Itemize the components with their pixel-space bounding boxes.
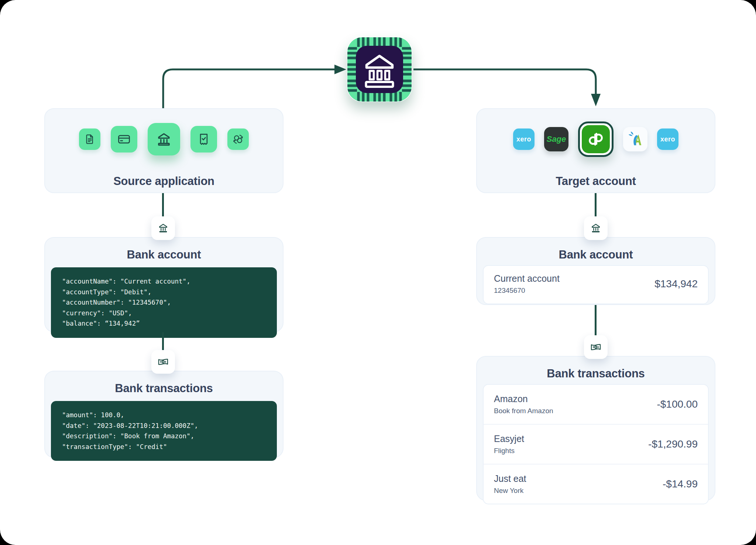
code-line: "accountNumber": "12345670", [62, 297, 266, 308]
account-balance: $134,942 [654, 278, 698, 290]
bank-account-title-right: Bank account [483, 248, 709, 261]
freeagent-icon [623, 127, 647, 151]
target-panel-title: Target account [477, 175, 715, 188]
transaction-amount: -$14.99 [663, 478, 698, 490]
bank-badge-right [584, 216, 608, 240]
account-name: Current account [494, 273, 560, 284]
bank-account-code-block: "accountName": "Current account", "accou… [51, 267, 277, 338]
code-line: "transactionType": "Credit" [62, 442, 266, 452]
code-line: "accountName": "Current account", [62, 276, 266, 287]
bank-account-title-left: Bank account [51, 248, 277, 261]
source-icon-row [45, 120, 283, 158]
transaction-row: Easyjet Flights -$1,290.99 [484, 424, 708, 464]
transaction-amount: -$100.00 [657, 398, 698, 410]
source-to-hub-arrow [163, 69, 334, 108]
bank-transactions-code-block: "amount": 100.0, "date": "2023-08-22T10:… [51, 401, 277, 461]
bank-account-panel-left: Bank account "accountName": "Current acc… [44, 237, 284, 332]
credit-card-icon [111, 126, 137, 152]
banknote-badge-left [151, 350, 175, 374]
code-line: "currency": "USD", [62, 308, 266, 319]
account-number: 12345670 [494, 287, 560, 295]
connector-bank-account-to-transactions-right [595, 305, 597, 337]
sage-icon: Sage [544, 127, 568, 151]
transaction-name: Just eat [494, 473, 526, 484]
transaction-detail: New York [494, 487, 526, 495]
source-to-hub-arrowhead [334, 65, 346, 74]
transaction-name: Amazon [494, 394, 553, 404]
currency-sync-icon [227, 128, 249, 150]
transaction-name: Easyjet [494, 433, 524, 444]
bank-icon [148, 123, 180, 155]
hub-to-target-arrow [413, 69, 596, 95]
code-line: "description": "Book from Amazon", [62, 431, 266, 442]
bank-account-panel-right: Bank account Current account 12345670 $1… [476, 237, 715, 305]
bank-badge-left [151, 216, 175, 240]
diagram-canvas: Source application Bank account "account… [0, 0, 756, 545]
banknote-badge-right [584, 335, 608, 359]
connector-bank-account-to-transactions-left [162, 332, 164, 352]
hub-to-target-arrowhead [591, 94, 601, 106]
connector-target-to-bank-account [595, 193, 597, 217]
bank-transactions-title-right: Bank transactions [483, 367, 709, 380]
account-row: Current account 12345670 $134,942 [484, 266, 708, 304]
xero-label: xero [516, 136, 531, 143]
target-app-row: xero Sage [477, 120, 715, 158]
receipt-check-icon [190, 126, 217, 152]
xero-icon: xero [513, 128, 535, 150]
source-panel-title: Source application [45, 175, 283, 188]
bank-transactions-panel-left: Bank transactions "amount": 100.0, "date… [44, 371, 284, 458]
source-application-panel: Source application [44, 108, 284, 193]
transaction-row: Amazon Book from Amazon -$100.00 [484, 385, 708, 424]
transaction-row: Just eat New York -$14.99 [484, 464, 708, 504]
xero-label: xero [660, 136, 675, 143]
quickbooks-icon-selected [578, 121, 614, 157]
code-line: "accountType": "Debit", [62, 287, 266, 298]
connector-source-to-bank-account [162, 193, 164, 217]
bank-transactions-panel-right: Bank transactions Amazon Book from Amazo… [476, 356, 715, 501]
quickbooks-icon [582, 125, 610, 153]
bank-transactions-title-left: Bank transactions [51, 382, 277, 395]
code-line: "amount": 100.0, [62, 410, 266, 421]
document-icon [79, 128, 100, 150]
xero-icon: xero [657, 128, 678, 150]
bank-transactions-card: Amazon Book from Amazon -$100.00 Easyjet… [483, 384, 709, 504]
bank-chip-icon [347, 37, 412, 102]
sage-label: Sage [547, 134, 566, 144]
code-line: "balance": “134,942” [62, 318, 266, 329]
bank-account-card: Current account 12345670 $134,942 [483, 265, 709, 304]
target-account-panel: xero Sage [476, 108, 715, 193]
transaction-amount: -$1,290.99 [648, 438, 698, 450]
code-line: "date": "2023-08-22T10:21:00.000Z", [62, 421, 266, 431]
transaction-detail: Flights [494, 447, 524, 455]
transaction-detail: Book from Amazon [494, 407, 553, 415]
